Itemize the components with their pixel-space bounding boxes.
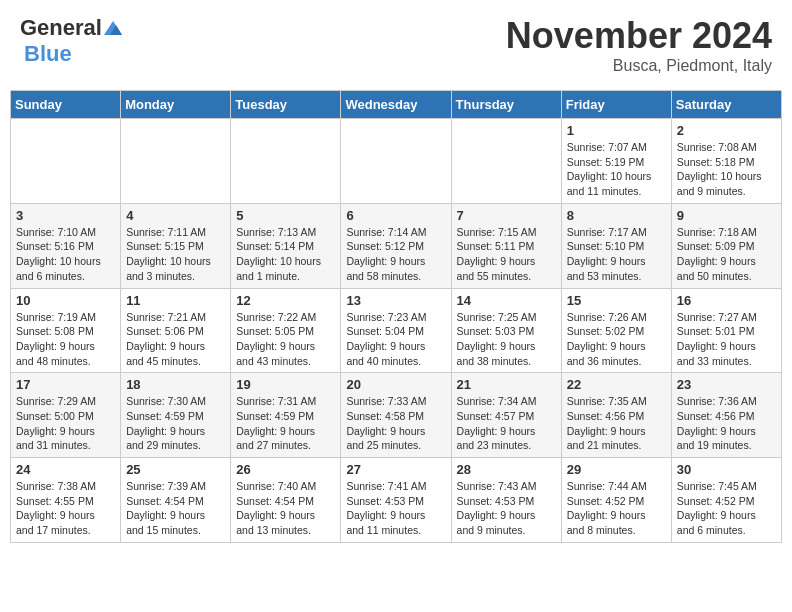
day-number: 20 — [346, 377, 445, 392]
day-number: 21 — [457, 377, 556, 392]
calendar-cell: 15Sunrise: 7:26 AM Sunset: 5:02 PM Dayli… — [561, 288, 671, 373]
day-info: Sunrise: 7:29 AM Sunset: 5:00 PM Dayligh… — [16, 394, 115, 453]
day-header-saturday: Saturday — [671, 91, 781, 119]
day-info: Sunrise: 7:38 AM Sunset: 4:55 PM Dayligh… — [16, 479, 115, 538]
calendar-cell: 11Sunrise: 7:21 AM Sunset: 5:06 PM Dayli… — [121, 288, 231, 373]
day-info: Sunrise: 7:10 AM Sunset: 5:16 PM Dayligh… — [16, 225, 115, 284]
day-info: Sunrise: 7:33 AM Sunset: 4:58 PM Dayligh… — [346, 394, 445, 453]
calendar-cell: 21Sunrise: 7:34 AM Sunset: 4:57 PM Dayli… — [451, 373, 561, 458]
day-number: 17 — [16, 377, 115, 392]
day-number: 2 — [677, 123, 776, 138]
day-number: 10 — [16, 293, 115, 308]
day-info: Sunrise: 7:30 AM Sunset: 4:59 PM Dayligh… — [126, 394, 225, 453]
day-number: 6 — [346, 208, 445, 223]
day-number: 27 — [346, 462, 445, 477]
calendar-cell: 6Sunrise: 7:14 AM Sunset: 5:12 PM Daylig… — [341, 203, 451, 288]
calendar-cell: 30Sunrise: 7:45 AM Sunset: 4:52 PM Dayli… — [671, 458, 781, 543]
day-number: 11 — [126, 293, 225, 308]
calendar-cell — [451, 119, 561, 204]
day-number: 25 — [126, 462, 225, 477]
week-row-4: 17Sunrise: 7:29 AM Sunset: 5:00 PM Dayli… — [11, 373, 782, 458]
calendar-cell: 5Sunrise: 7:13 AM Sunset: 5:14 PM Daylig… — [231, 203, 341, 288]
day-info: Sunrise: 7:11 AM Sunset: 5:15 PM Dayligh… — [126, 225, 225, 284]
day-info: Sunrise: 7:07 AM Sunset: 5:19 PM Dayligh… — [567, 140, 666, 199]
day-number: 12 — [236, 293, 335, 308]
day-info: Sunrise: 7:21 AM Sunset: 5:06 PM Dayligh… — [126, 310, 225, 369]
day-info: Sunrise: 7:17 AM Sunset: 5:10 PM Dayligh… — [567, 225, 666, 284]
day-info: Sunrise: 7:23 AM Sunset: 5:04 PM Dayligh… — [346, 310, 445, 369]
day-info: Sunrise: 7:13 AM Sunset: 5:14 PM Dayligh… — [236, 225, 335, 284]
day-header-thursday: Thursday — [451, 91, 561, 119]
day-number: 14 — [457, 293, 556, 308]
calendar-cell: 28Sunrise: 7:43 AM Sunset: 4:53 PM Dayli… — [451, 458, 561, 543]
day-number: 28 — [457, 462, 556, 477]
calendar-cell: 20Sunrise: 7:33 AM Sunset: 4:58 PM Dayli… — [341, 373, 451, 458]
calendar-cell: 14Sunrise: 7:25 AM Sunset: 5:03 PM Dayli… — [451, 288, 561, 373]
day-info: Sunrise: 7:08 AM Sunset: 5:18 PM Dayligh… — [677, 140, 776, 199]
calendar-cell: 12Sunrise: 7:22 AM Sunset: 5:05 PM Dayli… — [231, 288, 341, 373]
day-number: 4 — [126, 208, 225, 223]
page-header: General Blue November 2024 Busca, Piedmo… — [10, 10, 782, 80]
day-header-sunday: Sunday — [11, 91, 121, 119]
calendar-cell: 19Sunrise: 7:31 AM Sunset: 4:59 PM Dayli… — [231, 373, 341, 458]
logo-general: General — [20, 15, 102, 41]
day-number: 7 — [457, 208, 556, 223]
day-info: Sunrise: 7:25 AM Sunset: 5:03 PM Dayligh… — [457, 310, 556, 369]
logo-blue: Blue — [20, 41, 72, 67]
day-info: Sunrise: 7:26 AM Sunset: 5:02 PM Dayligh… — [567, 310, 666, 369]
day-info: Sunrise: 7:34 AM Sunset: 4:57 PM Dayligh… — [457, 394, 556, 453]
day-info: Sunrise: 7:18 AM Sunset: 5:09 PM Dayligh… — [677, 225, 776, 284]
calendar-cell: 16Sunrise: 7:27 AM Sunset: 5:01 PM Dayli… — [671, 288, 781, 373]
day-number: 22 — [567, 377, 666, 392]
day-info: Sunrise: 7:45 AM Sunset: 4:52 PM Dayligh… — [677, 479, 776, 538]
title-area: November 2024 Busca, Piedmont, Italy — [506, 15, 772, 75]
calendar-cell: 25Sunrise: 7:39 AM Sunset: 4:54 PM Dayli… — [121, 458, 231, 543]
calendar-cell: 13Sunrise: 7:23 AM Sunset: 5:04 PM Dayli… — [341, 288, 451, 373]
day-number: 23 — [677, 377, 776, 392]
day-number: 26 — [236, 462, 335, 477]
location: Busca, Piedmont, Italy — [506, 57, 772, 75]
day-number: 5 — [236, 208, 335, 223]
week-row-2: 3Sunrise: 7:10 AM Sunset: 5:16 PM Daylig… — [11, 203, 782, 288]
week-row-3: 10Sunrise: 7:19 AM Sunset: 5:08 PM Dayli… — [11, 288, 782, 373]
day-info: Sunrise: 7:43 AM Sunset: 4:53 PM Dayligh… — [457, 479, 556, 538]
day-info: Sunrise: 7:27 AM Sunset: 5:01 PM Dayligh… — [677, 310, 776, 369]
day-number: 1 — [567, 123, 666, 138]
calendar-cell — [231, 119, 341, 204]
day-number: 29 — [567, 462, 666, 477]
day-info: Sunrise: 7:22 AM Sunset: 5:05 PM Dayligh… — [236, 310, 335, 369]
calendar-cell: 26Sunrise: 7:40 AM Sunset: 4:54 PM Dayli… — [231, 458, 341, 543]
day-info: Sunrise: 7:41 AM Sunset: 4:53 PM Dayligh… — [346, 479, 445, 538]
calendar-cell — [121, 119, 231, 204]
day-number: 24 — [16, 462, 115, 477]
week-row-1: 1Sunrise: 7:07 AM Sunset: 5:19 PM Daylig… — [11, 119, 782, 204]
calendar-table: SundayMondayTuesdayWednesdayThursdayFrid… — [10, 90, 782, 543]
calendar-cell — [341, 119, 451, 204]
calendar-cell: 1Sunrise: 7:07 AM Sunset: 5:19 PM Daylig… — [561, 119, 671, 204]
calendar-cell: 27Sunrise: 7:41 AM Sunset: 4:53 PM Dayli… — [341, 458, 451, 543]
day-info: Sunrise: 7:40 AM Sunset: 4:54 PM Dayligh… — [236, 479, 335, 538]
calendar-cell: 17Sunrise: 7:29 AM Sunset: 5:00 PM Dayli… — [11, 373, 121, 458]
day-header-friday: Friday — [561, 91, 671, 119]
day-info: Sunrise: 7:14 AM Sunset: 5:12 PM Dayligh… — [346, 225, 445, 284]
calendar-cell — [11, 119, 121, 204]
day-header-wednesday: Wednesday — [341, 91, 451, 119]
day-number: 16 — [677, 293, 776, 308]
day-info: Sunrise: 7:31 AM Sunset: 4:59 PM Dayligh… — [236, 394, 335, 453]
calendar-cell: 9Sunrise: 7:18 AM Sunset: 5:09 PM Daylig… — [671, 203, 781, 288]
day-number: 3 — [16, 208, 115, 223]
day-info: Sunrise: 7:35 AM Sunset: 4:56 PM Dayligh… — [567, 394, 666, 453]
calendar-cell: 8Sunrise: 7:17 AM Sunset: 5:10 PM Daylig… — [561, 203, 671, 288]
day-number: 8 — [567, 208, 666, 223]
day-info: Sunrise: 7:39 AM Sunset: 4:54 PM Dayligh… — [126, 479, 225, 538]
calendar-cell: 23Sunrise: 7:36 AM Sunset: 4:56 PM Dayli… — [671, 373, 781, 458]
month-title: November 2024 — [506, 15, 772, 57]
day-number: 15 — [567, 293, 666, 308]
day-info: Sunrise: 7:15 AM Sunset: 5:11 PM Dayligh… — [457, 225, 556, 284]
calendar-cell: 18Sunrise: 7:30 AM Sunset: 4:59 PM Dayli… — [121, 373, 231, 458]
calendar-cell: 29Sunrise: 7:44 AM Sunset: 4:52 PM Dayli… — [561, 458, 671, 543]
calendar-cell: 4Sunrise: 7:11 AM Sunset: 5:15 PM Daylig… — [121, 203, 231, 288]
calendar-cell: 10Sunrise: 7:19 AM Sunset: 5:08 PM Dayli… — [11, 288, 121, 373]
day-header-monday: Monday — [121, 91, 231, 119]
calendar-cell: 7Sunrise: 7:15 AM Sunset: 5:11 PM Daylig… — [451, 203, 561, 288]
